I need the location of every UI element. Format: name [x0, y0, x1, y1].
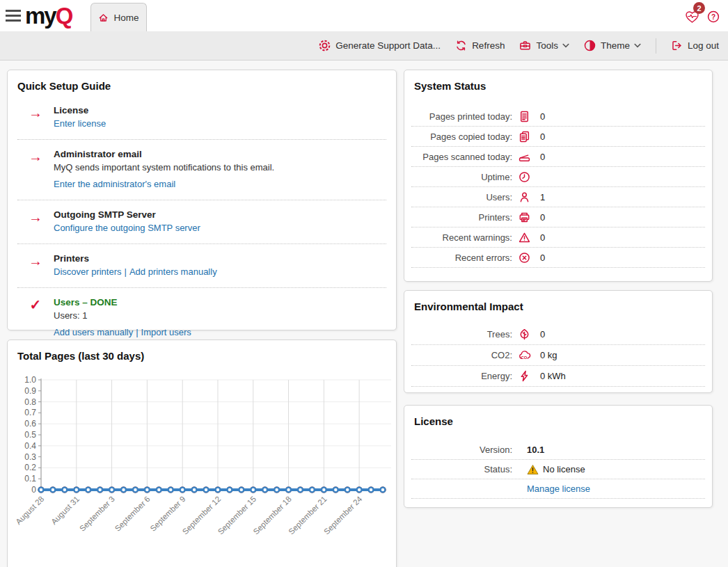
- total-pages-chart: 1.00.90.80.70.60.50.40.30.20.10August 28…: [9, 371, 396, 567]
- chevron-down-icon: [634, 43, 641, 48]
- row-label: Pages scanned today:: [411, 152, 512, 162]
- theme-menu-button[interactable]: Theme: [584, 40, 641, 51]
- svg-text:0.3: 0.3: [24, 452, 36, 462]
- configure-smtp-link[interactable]: Configure the outgoing SMTP server: [54, 223, 200, 233]
- row-value: 0: [540, 152, 545, 162]
- row-value: 0: [540, 232, 545, 243]
- env-row-trees: Trees: 0: [411, 324, 705, 345]
- arrow-right-icon: [17, 209, 54, 233]
- row-value: 0 kWh: [540, 371, 566, 381]
- row-label: Trees:: [411, 329, 512, 340]
- row-value: 0: [540, 212, 545, 223]
- svg-text:0.2: 0.2: [24, 463, 36, 472]
- row-value: 0: [540, 131, 545, 142]
- setup-item-title: Users – DONE: [54, 297, 191, 308]
- notification-badge: 2: [693, 2, 705, 14]
- tab-home[interactable]: Home: [90, 3, 147, 31]
- toolbar-divider: [656, 38, 656, 54]
- add-users-manually-link[interactable]: Add users manually: [54, 327, 133, 337]
- system-status-card: System Status Pages printed today: 0 Pag…: [404, 70, 713, 282]
- logo-text-q: Q: [56, 3, 72, 29]
- quick-setup-title: Quick Setup Guide: [8, 70, 396, 92]
- row-label: Printers:: [411, 212, 512, 223]
- svg-text:August 31: August 31: [49, 495, 81, 526]
- status-row-pages-scanned: Pages scanned today: 0: [411, 147, 705, 167]
- refresh-button[interactable]: Refresh: [455, 40, 505, 51]
- refresh-icon: [455, 40, 467, 51]
- total-pages-card: Total Pages (last 30 days) 1.00.90.80.70…: [7, 340, 397, 567]
- svg-text:August 28: August 28: [14, 495, 45, 526]
- setup-item-license: License Enter license: [17, 96, 386, 140]
- tools-label: Tools: [536, 40, 558, 51]
- printer-icon: [519, 211, 530, 223]
- quick-setup-list: License Enter license Administrator emai…: [8, 92, 396, 348]
- tab-home-label: Home: [113, 13, 139, 23]
- svg-text:0.4: 0.4: [24, 441, 36, 451]
- svg-text:September 9: September 9: [149, 495, 187, 533]
- system-status-title: System Status: [404, 70, 712, 92]
- row-label: Recent errors:: [411, 253, 512, 263]
- license-title: License: [404, 406, 712, 427]
- myq-logo[interactable]: myQ: [25, 1, 72, 31]
- svg-text:0.1: 0.1: [24, 474, 36, 484]
- question-icon: ?: [707, 10, 720, 23]
- theme-label: Theme: [601, 40, 630, 51]
- import-users-link[interactable]: Import users: [141, 327, 191, 337]
- quick-setup-guide-card: Quick Setup Guide License Enter license …: [7, 70, 397, 330]
- setup-item-printers: Printers Discover printers|Add printers …: [17, 244, 386, 288]
- svg-text:0.6: 0.6: [24, 419, 36, 429]
- setup-item-title: Outgoing SMTP Server: [54, 209, 200, 220]
- logout-button[interactable]: Log out: [671, 40, 719, 51]
- row-value: 0: [540, 111, 545, 122]
- chevron-down-icon: [562, 43, 569, 48]
- setup-item-description: MyQ sends important system notifications…: [54, 162, 274, 173]
- notifications-button[interactable]: 2: [684, 10, 700, 24]
- enter-license-link[interactable]: Enter license: [54, 118, 106, 129]
- tree-icon: [519, 328, 530, 340]
- env-row-energy: Energy: 0 kWh: [411, 366, 705, 387]
- status-row-recent-warnings: Recent warnings: 0: [411, 227, 705, 248]
- manage-license-link[interactable]: Manage license: [527, 484, 590, 494]
- setup-item-description: Users: 1: [54, 310, 191, 321]
- environmental-impact-title: Environmental Impact: [404, 291, 712, 312]
- add-printers-manually-link[interactable]: Add printers manually: [129, 266, 217, 277]
- license-status-value: No license: [543, 464, 585, 474]
- enter-admin-email-link[interactable]: Enter the administrator's email: [54, 179, 175, 189]
- environmental-impact-card: Environmental Impact Trees: 0 CO2: CO₂ 0…: [404, 290, 713, 393]
- scanner-icon: [519, 151, 530, 163]
- svg-text:1.0: 1.0: [24, 375, 36, 385]
- setup-item-admin-email: Administrator email MyQ sends important …: [17, 140, 386, 200]
- row-label: Uptime:: [411, 172, 512, 182]
- status-row-users: Users: 1: [411, 187, 705, 207]
- co2-cloud-icon: CO₂: [519, 349, 532, 361]
- logout-label: Log out: [688, 40, 719, 51]
- menu-icon[interactable]: [6, 10, 21, 22]
- row-value: 0: [540, 253, 545, 263]
- tools-menu-button[interactable]: Tools: [519, 40, 569, 51]
- copied-page-icon: [519, 131, 530, 143]
- row-label: Version:: [411, 445, 512, 455]
- setup-item-title: Administrator email: [54, 149, 274, 159]
- license-card: License Version: 10.1 Status: No license…: [404, 405, 713, 508]
- warning-yellow-icon: [527, 464, 539, 475]
- svg-text:?: ?: [711, 13, 715, 21]
- arrow-right-icon: [17, 149, 54, 189]
- chart-title: Total Pages (last 30 days): [8, 340, 396, 362]
- line-chart-plot: 1.00.90.80.70.60.50.40.30.20.10August 28…: [9, 371, 396, 545]
- help-button[interactable]: ?: [707, 10, 720, 23]
- status-row-recent-errors: Recent errors: 0: [411, 248, 705, 268]
- setup-item-title: License: [54, 105, 106, 115]
- status-row-pages-printed: Pages printed today: 0: [411, 106, 705, 127]
- svg-text:September 3: September 3: [78, 495, 116, 533]
- clock-icon: [519, 171, 530, 183]
- row-label: Users:: [411, 192, 512, 202]
- status-row-uptime: Uptime:: [411, 167, 705, 187]
- arrow-right-icon: [17, 253, 54, 277]
- svg-text:0.9: 0.9: [24, 386, 36, 396]
- generate-support-data-button[interactable]: Generate Support Data...: [319, 40, 441, 51]
- discover-printers-link[interactable]: Discover printers: [54, 266, 122, 277]
- warning-triangle-icon: [519, 232, 530, 243]
- row-value: 0 kg: [540, 350, 557, 360]
- row-label: Status:: [411, 464, 512, 474]
- license-row-version: Version: 10.1: [411, 440, 705, 460]
